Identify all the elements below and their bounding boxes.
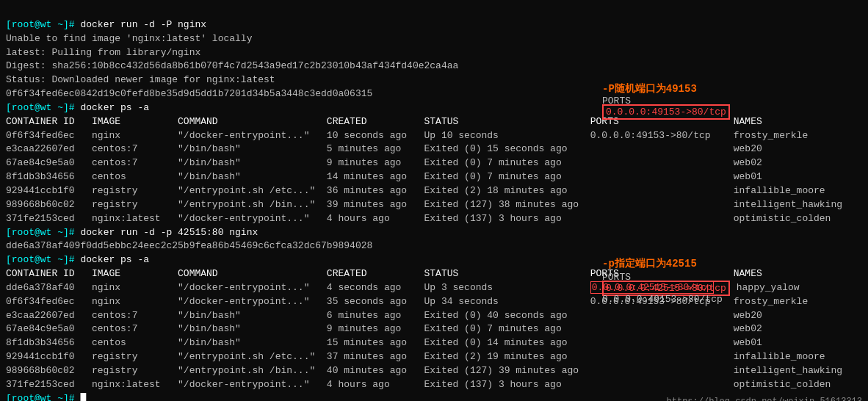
row2-7: 989668b60c02 registry "/entrypoint.sh /b… xyxy=(6,365,842,376)
row2-6: 929441ccb1f0 registry "/entrypoint.sh /e… xyxy=(6,351,825,362)
prompt-3: [root@wt ~]# xyxy=(6,227,80,238)
line-3: latest: Pulling from library/nginx xyxy=(6,47,200,58)
row-6: 989668b60c02 registry "/entrypoint.sh /b… xyxy=(6,199,842,210)
prompt-2: [root@wt ~]# xyxy=(6,102,80,113)
cmd-3: docker run -d -p 42515:80 nginx xyxy=(80,227,258,238)
cmd-2: docker ps -a xyxy=(80,102,149,113)
row-3: 67ae84c9e5a0 centos:7 "/bin/bash" 9 minu… xyxy=(6,157,762,168)
row2-8: 371fe2153ced nginx:latest "/docker-entry… xyxy=(6,379,831,390)
line-2: Unable to find image 'nginx:latest' loca… xyxy=(6,33,252,44)
prompt-1: [root@wt ~]# xyxy=(6,19,80,30)
row-4: 8f1db3b34656 centos "/bin/bash" 14 minut… xyxy=(6,171,762,182)
watermark: https://blog.csdn.net/weixin_51613313 xyxy=(667,397,862,401)
line-5: Status: Downloaded newer image for nginx… xyxy=(6,74,275,85)
cmd-1: docker run -d -P nginx xyxy=(80,19,206,30)
ports-value-2b: 0.0.0.0:49153->80/tcp xyxy=(602,294,723,305)
row2-4: 67ae84c9e5a0 centos:7 "/bin/bash" 9 minu… xyxy=(6,323,762,334)
cursor: █ xyxy=(80,393,86,401)
annotation-label-2: -p指定端口为42515 xyxy=(602,257,697,270)
line-6: 0f6f34fed6ec0842d19c0fefd8be35d9d5dd1b72… xyxy=(6,88,372,99)
annotation-box-2: PORTS 0.0.0.0:42515->80/tcp 0.0.0.0:4915… xyxy=(602,272,730,305)
row2-3: e3caa22607ed centos:7 "/bin/bash" 6 minu… xyxy=(6,310,762,321)
row-7: 371fe2153ced nginx:latest "/docker-entry… xyxy=(6,213,831,224)
terminal-output: [root@wt ~]# docker run -d -P nginx Unab… xyxy=(0,0,868,401)
annotation-box-1: PORTS 0.0.0.0:49153->80/tcp xyxy=(602,95,730,118)
line-4: Digest: sha256:10b8cc432d56da8b61b070f4c… xyxy=(6,60,458,71)
annotation-label-1: -P随机端口为49153 xyxy=(602,82,697,95)
line-hash: dde6a378af409f0dd5ebbc24eec2c25b9fea86b4… xyxy=(6,240,372,251)
prompt-5: [root@wt ~]# xyxy=(6,393,80,401)
row2-5: 8f1db3b34656 centos "/bin/bash" 15 minut… xyxy=(6,337,762,348)
ports-value-1: 0.0.0.0:49153->80/tcp xyxy=(602,104,730,120)
cmd-4: docker ps -a xyxy=(80,254,149,265)
row-1: 0f6f34fed6ec nginx "/docker-entrypoint..… xyxy=(6,130,808,141)
row-2: e3caa22607ed centos:7 "/bin/bash" 5 minu… xyxy=(6,143,762,154)
prompt-4: [root@wt ~]# xyxy=(6,254,80,265)
row-5: 929441ccb1f0 registry "/entrypoint.sh /e… xyxy=(6,185,825,196)
